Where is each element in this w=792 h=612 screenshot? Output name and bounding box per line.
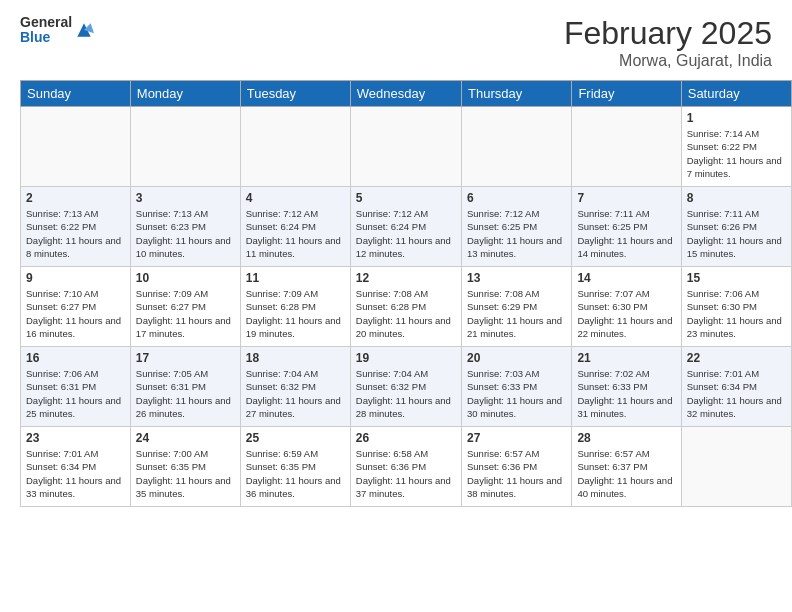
col-tuesday: Tuesday [240, 81, 350, 107]
day-info: Sunrise: 6:57 AM Sunset: 6:36 PM Dayligh… [467, 447, 566, 500]
table-row: 8Sunrise: 7:11 AM Sunset: 6:26 PM Daylig… [681, 187, 791, 267]
day-info: Sunrise: 7:01 AM Sunset: 6:34 PM Dayligh… [26, 447, 125, 500]
table-row: 3Sunrise: 7:13 AM Sunset: 6:23 PM Daylig… [130, 187, 240, 267]
day-number: 26 [356, 431, 456, 445]
table-row: 11Sunrise: 7:09 AM Sunset: 6:28 PM Dayli… [240, 267, 350, 347]
day-number: 15 [687, 271, 786, 285]
table-row: 15Sunrise: 7:06 AM Sunset: 6:30 PM Dayli… [681, 267, 791, 347]
day-info: Sunrise: 7:06 AM Sunset: 6:30 PM Dayligh… [687, 287, 786, 340]
table-row: 10Sunrise: 7:09 AM Sunset: 6:27 PM Dayli… [130, 267, 240, 347]
table-row: 23Sunrise: 7:01 AM Sunset: 6:34 PM Dayli… [21, 427, 131, 507]
day-info: Sunrise: 7:08 AM Sunset: 6:29 PM Dayligh… [467, 287, 566, 340]
day-number: 24 [136, 431, 235, 445]
month-title: February 2025 [564, 15, 772, 52]
day-info: Sunrise: 7:04 AM Sunset: 6:32 PM Dayligh… [356, 367, 456, 420]
day-info: Sunrise: 7:12 AM Sunset: 6:24 PM Dayligh… [246, 207, 345, 260]
table-row: 19Sunrise: 7:04 AM Sunset: 6:32 PM Dayli… [350, 347, 461, 427]
table-row [572, 107, 681, 187]
day-number: 9 [26, 271, 125, 285]
day-info: Sunrise: 6:59 AM Sunset: 6:35 PM Dayligh… [246, 447, 345, 500]
day-number: 21 [577, 351, 675, 365]
table-row: 16Sunrise: 7:06 AM Sunset: 6:31 PM Dayli… [21, 347, 131, 427]
table-row [462, 107, 572, 187]
table-row: 7Sunrise: 7:11 AM Sunset: 6:25 PM Daylig… [572, 187, 681, 267]
day-number: 22 [687, 351, 786, 365]
day-info: Sunrise: 6:58 AM Sunset: 6:36 PM Dayligh… [356, 447, 456, 500]
calendar-week-row: 1Sunrise: 7:14 AM Sunset: 6:22 PM Daylig… [21, 107, 792, 187]
table-row: 6Sunrise: 7:12 AM Sunset: 6:25 PM Daylig… [462, 187, 572, 267]
col-sunday: Sunday [21, 81, 131, 107]
day-number: 17 [136, 351, 235, 365]
day-info: Sunrise: 7:10 AM Sunset: 6:27 PM Dayligh… [26, 287, 125, 340]
table-row [21, 107, 131, 187]
day-number: 10 [136, 271, 235, 285]
col-wednesday: Wednesday [350, 81, 461, 107]
day-number: 23 [26, 431, 125, 445]
day-info: Sunrise: 7:01 AM Sunset: 6:34 PM Dayligh… [687, 367, 786, 420]
logo-icon [74, 20, 94, 40]
table-row: 17Sunrise: 7:05 AM Sunset: 6:31 PM Dayli… [130, 347, 240, 427]
table-row: 14Sunrise: 7:07 AM Sunset: 6:30 PM Dayli… [572, 267, 681, 347]
day-info: Sunrise: 7:14 AM Sunset: 6:22 PM Dayligh… [687, 127, 786, 180]
day-number: 18 [246, 351, 345, 365]
day-number: 5 [356, 191, 456, 205]
day-number: 3 [136, 191, 235, 205]
day-number: 27 [467, 431, 566, 445]
table-row: 25Sunrise: 6:59 AM Sunset: 6:35 PM Dayli… [240, 427, 350, 507]
day-info: Sunrise: 7:09 AM Sunset: 6:27 PM Dayligh… [136, 287, 235, 340]
title-block: February 2025 Morwa, Gujarat, India [564, 15, 772, 70]
day-info: Sunrise: 7:13 AM Sunset: 6:22 PM Dayligh… [26, 207, 125, 260]
logo-general-text: General [20, 15, 72, 30]
calendar-header-row: Sunday Monday Tuesday Wednesday Thursday… [21, 81, 792, 107]
calendar-week-row: 23Sunrise: 7:01 AM Sunset: 6:34 PM Dayli… [21, 427, 792, 507]
location: Morwa, Gujarat, India [564, 52, 772, 70]
table-row [681, 427, 791, 507]
table-row: 28Sunrise: 6:57 AM Sunset: 6:37 PM Dayli… [572, 427, 681, 507]
day-number: 11 [246, 271, 345, 285]
logo: General Blue [20, 15, 94, 46]
table-row: 18Sunrise: 7:04 AM Sunset: 6:32 PM Dayli… [240, 347, 350, 427]
table-row: 22Sunrise: 7:01 AM Sunset: 6:34 PM Dayli… [681, 347, 791, 427]
day-info: Sunrise: 7:09 AM Sunset: 6:28 PM Dayligh… [246, 287, 345, 340]
page-header: General Blue February 2025 Morwa, Gujara… [0, 0, 792, 80]
day-info: Sunrise: 7:08 AM Sunset: 6:28 PM Dayligh… [356, 287, 456, 340]
col-thursday: Thursday [462, 81, 572, 107]
col-monday: Monday [130, 81, 240, 107]
logo-blue-text: Blue [20, 30, 72, 45]
day-info: Sunrise: 7:05 AM Sunset: 6:31 PM Dayligh… [136, 367, 235, 420]
calendar-table: Sunday Monday Tuesday Wednesday Thursday… [20, 80, 792, 507]
day-number: 8 [687, 191, 786, 205]
calendar-week-row: 2Sunrise: 7:13 AM Sunset: 6:22 PM Daylig… [21, 187, 792, 267]
day-info: Sunrise: 7:07 AM Sunset: 6:30 PM Dayligh… [577, 287, 675, 340]
day-number: 6 [467, 191, 566, 205]
day-number: 1 [687, 111, 786, 125]
day-info: Sunrise: 6:57 AM Sunset: 6:37 PM Dayligh… [577, 447, 675, 500]
table-row: 5Sunrise: 7:12 AM Sunset: 6:24 PM Daylig… [350, 187, 461, 267]
day-info: Sunrise: 7:11 AM Sunset: 6:26 PM Dayligh… [687, 207, 786, 260]
day-number: 2 [26, 191, 125, 205]
day-number: 20 [467, 351, 566, 365]
day-number: 13 [467, 271, 566, 285]
table-row: 9Sunrise: 7:10 AM Sunset: 6:27 PM Daylig… [21, 267, 131, 347]
table-row: 12Sunrise: 7:08 AM Sunset: 6:28 PM Dayli… [350, 267, 461, 347]
col-friday: Friday [572, 81, 681, 107]
day-number: 25 [246, 431, 345, 445]
table-row [130, 107, 240, 187]
calendar-week-row: 9Sunrise: 7:10 AM Sunset: 6:27 PM Daylig… [21, 267, 792, 347]
calendar-week-row: 16Sunrise: 7:06 AM Sunset: 6:31 PM Dayli… [21, 347, 792, 427]
table-row: 24Sunrise: 7:00 AM Sunset: 6:35 PM Dayli… [130, 427, 240, 507]
day-number: 4 [246, 191, 345, 205]
table-row: 21Sunrise: 7:02 AM Sunset: 6:33 PM Dayli… [572, 347, 681, 427]
day-number: 7 [577, 191, 675, 205]
day-number: 14 [577, 271, 675, 285]
table-row: 20Sunrise: 7:03 AM Sunset: 6:33 PM Dayli… [462, 347, 572, 427]
table-row: 26Sunrise: 6:58 AM Sunset: 6:36 PM Dayli… [350, 427, 461, 507]
day-info: Sunrise: 7:06 AM Sunset: 6:31 PM Dayligh… [26, 367, 125, 420]
day-info: Sunrise: 7:12 AM Sunset: 6:25 PM Dayligh… [467, 207, 566, 260]
day-number: 12 [356, 271, 456, 285]
table-row: 4Sunrise: 7:12 AM Sunset: 6:24 PM Daylig… [240, 187, 350, 267]
table-row: 1Sunrise: 7:14 AM Sunset: 6:22 PM Daylig… [681, 107, 791, 187]
day-info: Sunrise: 7:03 AM Sunset: 6:33 PM Dayligh… [467, 367, 566, 420]
col-saturday: Saturday [681, 81, 791, 107]
table-row [240, 107, 350, 187]
